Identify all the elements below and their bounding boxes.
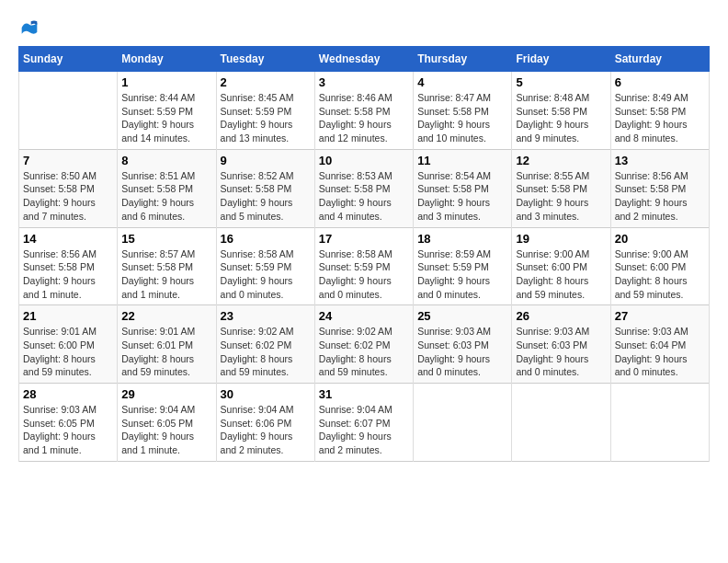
column-header-monday: Monday bbox=[118, 47, 216, 72]
day-number: 7 bbox=[23, 154, 113, 167]
day-info: Sunrise: 9:01 AM Sunset: 6:01 PM Dayligh… bbox=[121, 325, 211, 379]
day-info: Sunrise: 8:50 AM Sunset: 5:58 PM Dayligh… bbox=[23, 169, 113, 224]
calendar-cell: 27Sunrise: 9:03 AM Sunset: 6:04 PM Dayli… bbox=[610, 305, 709, 384]
day-number: 19 bbox=[516, 232, 606, 246]
calendar-cell: 11Sunrise: 8:54 AM Sunset: 5:58 PM Dayli… bbox=[414, 149, 512, 227]
calendar-week-row: 7Sunrise: 8:50 AM Sunset: 5:58 PM Daylig… bbox=[19, 149, 710, 227]
day-info: Sunrise: 8:52 AM Sunset: 5:58 PM Dayligh… bbox=[221, 169, 311, 224]
day-info: Sunrise: 9:00 AM Sunset: 6:00 PM Dayligh… bbox=[615, 247, 705, 302]
page-header bbox=[18, 18, 710, 37]
calendar-cell: 30Sunrise: 9:04 AM Sunset: 6:06 PM Dayli… bbox=[216, 384, 314, 462]
calendar-cell: 2Sunrise: 8:45 AM Sunset: 5:59 PM Daylig… bbox=[216, 72, 314, 150]
calendar-header-row: SundayMondayTuesdayWednesdayThursdayFrid… bbox=[19, 47, 710, 72]
calendar-cell bbox=[19, 72, 118, 150]
day-info: Sunrise: 8:54 AM Sunset: 5:58 PM Dayligh… bbox=[417, 169, 507, 224]
day-info: Sunrise: 9:04 AM Sunset: 6:05 PM Dayligh… bbox=[121, 403, 211, 457]
day-info: Sunrise: 9:00 AM Sunset: 6:00 PM Dayligh… bbox=[516, 247, 606, 302]
day-info: Sunrise: 8:51 AM Sunset: 5:58 PM Dayligh… bbox=[121, 169, 211, 224]
column-header-friday: Friday bbox=[512, 47, 610, 72]
calendar-cell: 4Sunrise: 8:47 AM Sunset: 5:58 PM Daylig… bbox=[414, 72, 512, 150]
day-number: 18 bbox=[417, 232, 507, 246]
day-number: 15 bbox=[121, 232, 211, 246]
day-number: 26 bbox=[516, 309, 606, 323]
day-number: 22 bbox=[121, 309, 211, 323]
day-number: 21 bbox=[23, 309, 113, 323]
calendar-cell: 17Sunrise: 8:58 AM Sunset: 5:59 PM Dayli… bbox=[314, 227, 413, 305]
day-number: 14 bbox=[23, 232, 113, 246]
day-info: Sunrise: 8:59 AM Sunset: 5:59 PM Dayligh… bbox=[417, 247, 507, 302]
day-info: Sunrise: 8:56 AM Sunset: 5:58 PM Dayligh… bbox=[615, 169, 705, 224]
day-number: 20 bbox=[615, 232, 705, 246]
calendar-cell: 22Sunrise: 9:01 AM Sunset: 6:01 PM Dayli… bbox=[118, 305, 216, 384]
day-number: 13 bbox=[615, 154, 705, 167]
day-info: Sunrise: 9:03 AM Sunset: 6:03 PM Dayligh… bbox=[516, 325, 606, 379]
day-number: 10 bbox=[319, 154, 409, 167]
calendar-cell: 18Sunrise: 8:59 AM Sunset: 5:59 PM Dayli… bbox=[414, 227, 512, 305]
calendar-week-row: 28Sunrise: 9:03 AM Sunset: 6:05 PM Dayli… bbox=[19, 384, 710, 462]
calendar-cell: 21Sunrise: 9:01 AM Sunset: 6:00 PM Dayli… bbox=[19, 305, 118, 384]
day-number: 24 bbox=[319, 309, 409, 323]
day-info: Sunrise: 8:58 AM Sunset: 5:59 PM Dayligh… bbox=[319, 247, 409, 302]
day-info: Sunrise: 9:02 AM Sunset: 6:02 PM Dayligh… bbox=[319, 325, 409, 379]
day-info: Sunrise: 9:02 AM Sunset: 6:02 PM Dayligh… bbox=[221, 325, 311, 379]
day-number: 5 bbox=[516, 75, 606, 89]
logo-icon bbox=[20, 18, 39, 37]
day-number: 11 bbox=[417, 154, 507, 167]
day-number: 17 bbox=[319, 232, 409, 246]
day-number: 12 bbox=[516, 154, 606, 167]
day-info: Sunrise: 8:44 AM Sunset: 5:59 PM Dayligh… bbox=[121, 91, 211, 145]
day-info: Sunrise: 9:03 AM Sunset: 6:03 PM Dayligh… bbox=[417, 325, 507, 379]
day-number: 29 bbox=[121, 387, 211, 401]
day-number: 2 bbox=[221, 75, 311, 89]
calendar-cell bbox=[414, 384, 512, 462]
day-number: 6 bbox=[615, 75, 705, 89]
day-number: 9 bbox=[221, 154, 311, 167]
calendar-cell: 29Sunrise: 9:04 AM Sunset: 6:05 PM Dayli… bbox=[118, 384, 216, 462]
day-info: Sunrise: 8:46 AM Sunset: 5:58 PM Dayligh… bbox=[319, 91, 409, 145]
day-number: 1 bbox=[121, 75, 211, 89]
day-info: Sunrise: 8:49 AM Sunset: 5:58 PM Dayligh… bbox=[615, 91, 705, 145]
calendar-cell: 23Sunrise: 9:02 AM Sunset: 6:02 PM Dayli… bbox=[216, 305, 314, 384]
calendar-cell: 14Sunrise: 8:56 AM Sunset: 5:58 PM Dayli… bbox=[19, 227, 118, 305]
calendar-table: SundayMondayTuesdayWednesdayThursdayFrid… bbox=[18, 46, 710, 462]
column-header-saturday: Saturday bbox=[610, 47, 709, 72]
calendar-cell: 28Sunrise: 9:03 AM Sunset: 6:05 PM Dayli… bbox=[19, 384, 118, 462]
calendar-cell: 9Sunrise: 8:52 AM Sunset: 5:58 PM Daylig… bbox=[216, 149, 314, 227]
day-number: 28 bbox=[23, 387, 113, 401]
calendar-cell bbox=[610, 384, 709, 462]
day-info: Sunrise: 8:56 AM Sunset: 5:58 PM Dayligh… bbox=[23, 247, 113, 302]
day-number: 27 bbox=[615, 309, 705, 323]
day-info: Sunrise: 9:04 AM Sunset: 6:06 PM Dayligh… bbox=[221, 403, 311, 457]
day-info: Sunrise: 8:57 AM Sunset: 5:58 PM Dayligh… bbox=[121, 247, 211, 302]
calendar-cell: 26Sunrise: 9:03 AM Sunset: 6:03 PM Dayli… bbox=[512, 305, 610, 384]
calendar-cell: 16Sunrise: 8:58 AM Sunset: 5:59 PM Dayli… bbox=[216, 227, 314, 305]
day-info: Sunrise: 9:03 AM Sunset: 6:05 PM Dayligh… bbox=[23, 403, 113, 457]
calendar-cell: 31Sunrise: 9:04 AM Sunset: 6:07 PM Dayli… bbox=[314, 384, 413, 462]
day-number: 30 bbox=[221, 387, 311, 401]
day-info: Sunrise: 8:45 AM Sunset: 5:59 PM Dayligh… bbox=[221, 91, 311, 145]
calendar-cell bbox=[512, 384, 610, 462]
logo bbox=[18, 18, 39, 37]
calendar-cell: 13Sunrise: 8:56 AM Sunset: 5:58 PM Dayli… bbox=[610, 149, 709, 227]
day-info: Sunrise: 8:53 AM Sunset: 5:58 PM Dayligh… bbox=[319, 169, 409, 224]
column-header-tuesday: Tuesday bbox=[216, 47, 314, 72]
calendar-cell: 6Sunrise: 8:49 AM Sunset: 5:58 PM Daylig… bbox=[610, 72, 709, 150]
column-header-thursday: Thursday bbox=[414, 47, 512, 72]
calendar-cell: 1Sunrise: 8:44 AM Sunset: 5:59 PM Daylig… bbox=[118, 72, 216, 150]
calendar-week-row: 1Sunrise: 8:44 AM Sunset: 5:59 PM Daylig… bbox=[19, 72, 710, 150]
day-number: 16 bbox=[221, 232, 311, 246]
day-info: Sunrise: 8:58 AM Sunset: 5:59 PM Dayligh… bbox=[221, 247, 311, 302]
calendar-cell: 10Sunrise: 8:53 AM Sunset: 5:58 PM Dayli… bbox=[314, 149, 413, 227]
calendar-cell: 5Sunrise: 8:48 AM Sunset: 5:58 PM Daylig… bbox=[512, 72, 610, 150]
column-header-sunday: Sunday bbox=[19, 47, 118, 72]
calendar-cell: 8Sunrise: 8:51 AM Sunset: 5:58 PM Daylig… bbox=[118, 149, 216, 227]
day-info: Sunrise: 9:03 AM Sunset: 6:04 PM Dayligh… bbox=[615, 325, 705, 379]
day-info: Sunrise: 9:04 AM Sunset: 6:07 PM Dayligh… bbox=[319, 403, 409, 457]
calendar-cell: 24Sunrise: 9:02 AM Sunset: 6:02 PM Dayli… bbox=[314, 305, 413, 384]
calendar-cell: 19Sunrise: 9:00 AM Sunset: 6:00 PM Dayli… bbox=[512, 227, 610, 305]
calendar-week-row: 14Sunrise: 8:56 AM Sunset: 5:58 PM Dayli… bbox=[19, 227, 710, 305]
column-header-wednesday: Wednesday bbox=[314, 47, 413, 72]
calendar-cell: 12Sunrise: 8:55 AM Sunset: 5:58 PM Dayli… bbox=[512, 149, 610, 227]
day-number: 25 bbox=[417, 309, 507, 323]
calendar-cell: 7Sunrise: 8:50 AM Sunset: 5:58 PM Daylig… bbox=[19, 149, 118, 227]
